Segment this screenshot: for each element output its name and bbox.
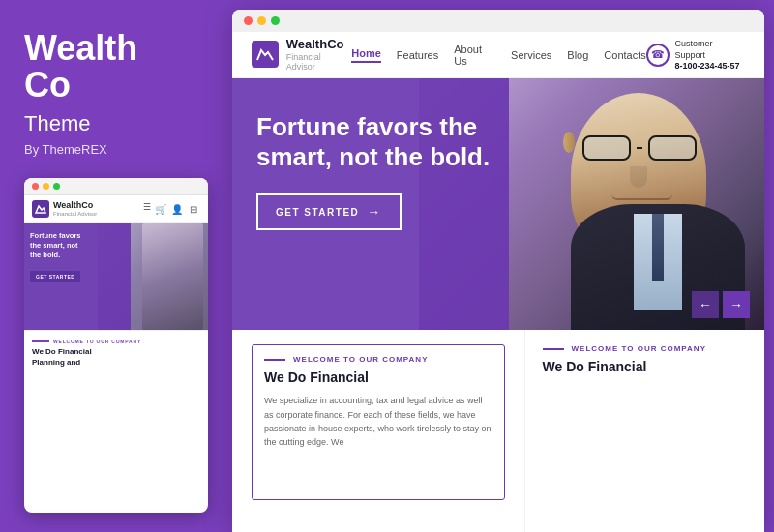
phone-icon: ☎ — [646, 44, 670, 67]
nav-logo-sub: Financial Advisor — [286, 52, 351, 72]
hero-content: Fortune favors the smart, not the bold. … — [256, 112, 498, 230]
tie — [652, 214, 664, 281]
mini-welcome-line — [32, 340, 49, 342]
mini-hero-face — [142, 223, 203, 330]
dot-green — [271, 16, 280, 25]
nav-link-contacts[interactable]: Contacts — [604, 49, 645, 61]
bottom-right: WELCOME TO OUR COMPANY We Do Financial — [525, 330, 765, 532]
bottom-left: WELCOME TO OUR COMPANY We Do Financial W… — [232, 330, 525, 532]
nav-logo-name: WealthCo — [286, 38, 351, 51]
prev-arrow-button[interactable]: ← — [692, 291, 719, 318]
mini-menu-icon[interactable]: ⊟ — [187, 202, 200, 216]
mini-cta-button[interactable]: GET STARTED — [30, 271, 80, 282]
title-line1: Wealth — [24, 29, 208, 68]
mouth — [611, 194, 672, 200]
mini-hero: Fortune favorsthe smart, notthe bold. GE… — [24, 223, 208, 330]
mini-hero-text: Fortune favorsthe smart, notthe bold. — [30, 231, 81, 259]
dot-yellow — [257, 16, 266, 25]
support-number: 8-100-234-45-57 — [675, 61, 745, 71]
left-lens — [582, 135, 631, 161]
theme-author: By ThemeREX — [24, 142, 208, 157]
mini-browser-bar — [24, 178, 208, 195]
section-body-left: We specialize in accounting, tax and leg… — [264, 394, 492, 450]
shirt — [634, 214, 682, 310]
nav-logo: WealthCo Financial Advisor — [252, 38, 351, 71]
theme-title: Wealth Co Theme By ThemeREX — [24, 29, 208, 178]
browser-content: WealthCo Financial Advisor Home Features… — [232, 32, 764, 532]
welcome-line-right — [543, 348, 564, 350]
svg-marker-0 — [36, 206, 45, 213]
mini-logo-sub: Financial Advisor — [53, 211, 97, 217]
hero-nav-arrows: ← → — [692, 291, 750, 318]
mini-section-title: We Do FinancialPlanning and — [32, 347, 200, 368]
arrow-icon: → — [367, 204, 382, 220]
mini-hamburger-icon[interactable]: ☰ — [143, 202, 151, 216]
section-title-right: We Do Financial — [543, 358, 748, 375]
right-lens — [648, 135, 697, 161]
mini-user-icon[interactable]: 👤 — [170, 202, 184, 216]
welcome-label-right: WELCOME TO OUR COMPANY — [543, 344, 748, 353]
nav-support: ☎ Customer Support 8-100-234-45-57 — [646, 39, 745, 71]
bottom-section: WELCOME TO OUR COMPANY We Do Financial W… — [232, 330, 764, 532]
hero-headline: Fortune favors the smart, not the bold. — [256, 112, 498, 172]
next-arrow-button[interactable]: → — [723, 291, 750, 318]
nav-logo-icon — [252, 41, 279, 68]
title-line2: Co — [24, 66, 208, 104]
ear — [563, 132, 575, 153]
nav-links: Home Features About Us Services Blog Con… — [351, 44, 646, 67]
browser-bar — [232, 10, 764, 32]
glasses-bridge — [637, 147, 642, 149]
nav-link-services[interactable]: Services — [511, 49, 551, 61]
nav-link-about[interactable]: About Us — [454, 44, 495, 67]
mini-bottom: WELCOME TO OUR COMPANY We Do FinancialPl… — [24, 330, 208, 513]
mini-hero-content: Fortune favorsthe smart, notthe bold. GE… — [30, 231, 81, 282]
mini-browser-mockup: WealthCo Financial Advisor ☰ 🛒 👤 ⊟ Fortu… — [24, 178, 208, 513]
nav-link-home[interactable]: Home — [351, 47, 381, 63]
nav-link-features[interactable]: Features — [397, 49, 438, 61]
mini-logo-icon — [32, 200, 49, 218]
support-label: Customer Support — [675, 39, 745, 61]
hero-cta-button[interactable]: GET STARTED → — [256, 193, 402, 230]
mini-welcome-label: WELCOME TO OUR COMPANY — [32, 339, 200, 344]
welcome-line-left — [264, 359, 285, 361]
nav-link-blog[interactable]: Blog — [567, 49, 588, 61]
mini-dot-red — [32, 183, 39, 190]
left-content-box: WELCOME TO OUR COMPANY We Do Financial W… — [252, 344, 505, 500]
mini-nav: WealthCo Financial Advisor ☰ 🛒 👤 ⊟ — [24, 195, 208, 223]
mini-nav-icons: ☰ 🛒 👤 ⊟ — [143, 202, 200, 216]
main-nav: WealthCo Financial Advisor Home Features… — [232, 32, 764, 78]
theme-subtitle: Theme — [24, 111, 208, 136]
mini-logo-name: WealthCo — [53, 201, 97, 211]
dot-red — [244, 16, 253, 25]
mini-dot-yellow — [43, 183, 49, 190]
nav-logo-text-group: WealthCo Financial Advisor — [286, 38, 351, 71]
mini-dot-green — [53, 183, 60, 190]
mini-logo: WealthCo Financial Advisor — [32, 200, 97, 218]
main-browser: WealthCo Financial Advisor Home Features… — [232, 10, 764, 532]
mini-cart-icon[interactable]: 🛒 — [154, 202, 167, 216]
hero-section: Fortune favors the smart, not the bold. … — [232, 78, 764, 330]
section-title-left: We Do Financial — [264, 369, 492, 386]
nose — [630, 166, 647, 188]
glasses — [582, 133, 697, 163]
welcome-label-left: WELCOME TO OUR COMPANY — [264, 355, 492, 364]
left-panel: Wealth Co Theme By ThemeREX WealthCo Fin… — [0, 0, 232, 532]
